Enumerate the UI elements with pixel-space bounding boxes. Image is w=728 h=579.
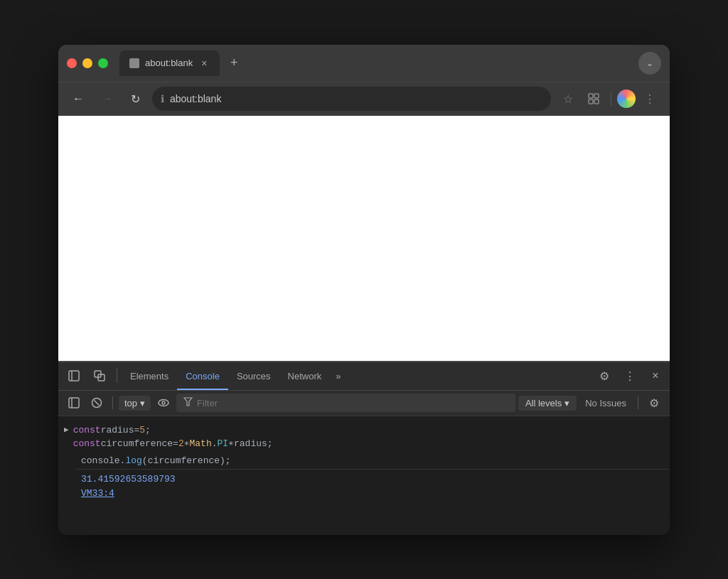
console-filter-bar[interactable] [176,394,515,412]
tab-area: about:blank × + [119,50,633,76]
browser-window: about:blank × + ⌄ ← → ↻ ℹ about:blank ☆ [58,45,670,535]
navigation-bar: ← → ↻ ℹ about:blank ☆ [58,82,670,116]
devtools-tab-bar: Elements Console Sources Network » ⚙ ⋮ [58,362,670,391]
op-equals-1: = [134,423,139,438]
console-entry-result: 31.41592653589793 VM33:4 [75,469,670,502]
back-button[interactable]: ← [67,87,90,110]
svg-rect-8 [69,398,79,408]
traffic-lights [67,58,108,68]
op-star-2: ∗ [228,437,234,451]
console-toolbar: top ▾ All levels ▾ [58,391,670,416]
tab-separator [117,369,117,383]
console-code-block: const radius = 5 ; const circumference =… [73,423,661,451]
panel-icon [68,370,80,382]
extensions-button[interactable] [582,87,605,110]
code-line-1: const radius = 5 ; [73,423,661,438]
title-bar: about:blank × + ⌄ [58,45,670,82]
eye-icon [158,397,169,408]
menu-button[interactable]: ⋮ [638,87,661,110]
tab-elements[interactable]: Elements [122,362,177,390]
var-circumference: circumference [101,437,173,451]
extensions-icon [587,92,600,105]
svg-rect-1 [594,94,599,98]
avatar[interactable] [617,90,636,108]
devtools-more-button[interactable]: ⋮ [619,364,641,387]
new-tab-button[interactable]: + [223,52,245,75]
context-arrow-icon: ▾ [140,398,145,408]
address-text: about:blank [170,93,542,104]
maximize-button[interactable] [98,58,108,68]
chevron-right-icon[interactable]: ▶ [64,424,69,436]
math-pi: PI [218,437,229,451]
devtools-inspect-toggle[interactable] [87,363,112,389]
bookmark-button[interactable]: ☆ [557,87,579,110]
parens: (circumference); [142,454,231,468]
log-fn: log [125,454,141,468]
svg-line-11 [95,401,100,406]
console-entry-log: console. log (circumference); [75,453,670,470]
minimize-button[interactable] [82,58,92,68]
filter-input[interactable] [197,398,508,408]
levels-label: All levels [525,398,562,408]
tab-more-button[interactable]: » [330,371,346,382]
semicolon-2: ; [267,437,273,451]
filter-icon [183,397,193,408]
keyword-const-2: const [73,437,101,451]
console-output: ▶ const radius = 5 ; const circumference… [58,416,670,535]
forward-button[interactable]: → [95,87,118,110]
svg-point-13 [162,401,165,404]
svg-rect-2 [589,99,593,104]
toolbar-separator-2 [638,396,638,409]
code-line-2: const circumference = 2 ∗ Math . PI ∗ ra… [73,437,661,451]
svg-rect-0 [589,94,593,98]
val-5: 5 [139,423,145,438]
devtools-sidebar-toggle[interactable] [61,363,87,389]
console-result-value: 31.41592653589793 [81,472,661,487]
sidebar-icon [68,397,80,408]
reload-button[interactable]: ↻ [124,87,146,110]
semicolon-1: ; [145,423,151,438]
console-settings-button[interactable]: ⚙ [644,393,664,413]
console-eye-button[interactable] [154,393,173,413]
console-result-source[interactable]: VM33:4 [81,487,661,501]
dot-1: . [212,437,218,451]
console-context-selector[interactable]: top ▾ [119,396,151,411]
devtools-panel: Elements Console Sources Network » ⚙ ⋮ [58,361,670,535]
console-sidebar-button[interactable] [64,393,84,413]
tab-favicon [129,58,139,68]
console-settings-icon: ⚙ [649,396,659,410]
keyword-const-1: const [73,423,101,438]
console-obj: console. [81,454,125,468]
clear-icon [91,397,102,408]
console-clear-button[interactable] [87,393,107,413]
var-radius: radius [101,423,134,438]
levels-arrow-icon: ▾ [564,398,569,408]
inspect-icon [94,370,105,382]
info-icon: ℹ [161,93,164,104]
filter-funnel-icon [183,397,193,406]
active-tab[interactable]: about:blank × [119,50,220,76]
address-bar[interactable]: ℹ about:blank [152,87,551,111]
code-line-3: console. log (circumference); [81,454,661,468]
devtools-settings-button[interactable]: ⚙ [593,364,616,387]
svg-point-12 [159,400,168,406]
tab-close-button[interactable]: × [198,58,210,69]
svg-rect-4 [69,371,79,381]
tab-sources[interactable]: Sources [228,362,279,390]
console-result-code: 31.41592653589793 VM33:4 [81,472,661,500]
tab-console[interactable]: Console [177,362,228,390]
page-content [58,116,670,361]
no-issues-label: No Issues [579,398,632,408]
var-radius-ref: radius [234,437,267,451]
levels-dropdown[interactable]: All levels ▾ [518,396,577,411]
tab-dropdown-button[interactable]: ⌄ [638,52,661,75]
math-obj: Math [190,437,212,451]
devtools-close-button[interactable]: × [644,364,667,387]
close-button[interactable] [67,58,77,68]
tab-network[interactable]: Network [279,362,331,390]
nav-divider [611,92,611,106]
devtools-tab-actions: ⚙ ⋮ × [593,364,667,387]
toolbar-separator [112,396,113,409]
op-equals-2: = [173,437,178,451]
val-2: 2 [178,437,184,451]
